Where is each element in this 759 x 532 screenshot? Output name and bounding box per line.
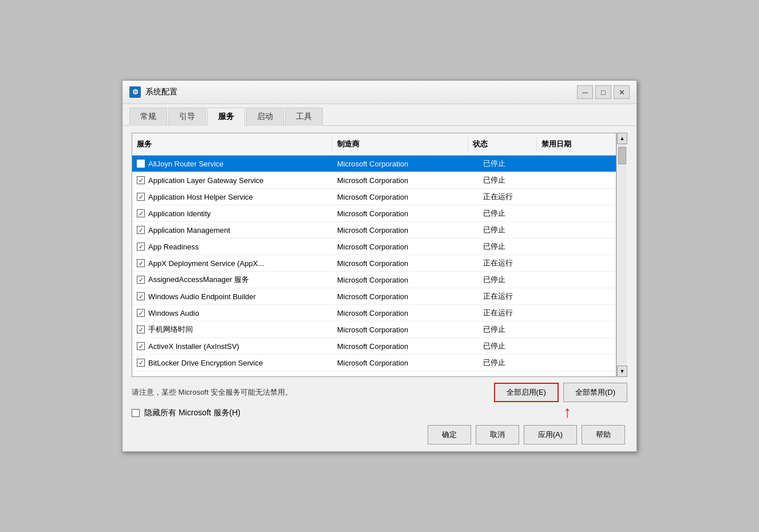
service-name-cell: ✓ ActiveX Installer (AxInstSV) [132, 338, 333, 354]
date-cell [547, 255, 616, 271]
table-row[interactable]: ✓ AssignedAccessManager 服务 Microsoft Cor… [132, 272, 616, 288]
row-checkbox[interactable]: ✓ [137, 292, 145, 300]
row-checkbox[interactable]: ✓ [137, 243, 145, 251]
disable-all-button[interactable]: 全部禁用(D) [563, 383, 627, 402]
manufacturer-cell: Microsoft Corporation [333, 222, 479, 238]
row-checkbox[interactable]: ✓ [137, 259, 145, 267]
title-controls: ─ □ ✕ [577, 85, 630, 99]
hide-ms-checkbox[interactable] [132, 409, 140, 417]
table-row[interactable]: ✓ Application Host Helper Service Micros… [132, 189, 616, 205]
service-name-cell: ✓ Application Layer Gateway Service [132, 172, 333, 188]
table-row[interactable]: ✓ ActiveX Installer (AxInstSV) Microsoft… [132, 338, 616, 355]
title-bar-left: ⚙ 系统配置 [129, 86, 177, 98]
row-checkbox[interactable]: ✓ [137, 359, 145, 367]
date-cell [547, 189, 616, 205]
col-service: 服务 [132, 137, 333, 152]
bottom-buttons: 确定 取消 ↓ 应用(A) 帮助 [132, 425, 627, 444]
table-row[interactable]: ✓ 手机网络时间 Microsoft Corporation 已停止 [132, 321, 616, 338]
hide-ms-row: 隐藏所有 Microsoft 服务(H) [132, 408, 627, 418]
service-name-cell: ✓ Application Management [132, 222, 333, 238]
service-name-cell: ✓ App Readiness [132, 239, 333, 255]
date-cell [547, 321, 616, 338]
row-checkbox[interactable]: ✓ [137, 342, 145, 350]
title-bar: ⚙ 系统配置 ─ □ ✕ [122, 81, 637, 104]
scroll-track[interactable] [618, 144, 627, 366]
tab-startup[interactable]: 启动 [246, 108, 284, 126]
service-name-cell: ✓ BitLocker Drive Encryption Service [132, 355, 333, 371]
tab-boot[interactable]: 引导 [168, 108, 206, 126]
table-row[interactable]: ✓ Windows Audio Microsoft Corporation 正在… [132, 305, 616, 321]
app-icon: ⚙ [129, 86, 141, 98]
status-cell: 正在运行 [479, 288, 547, 304]
ok-button[interactable]: 确定 [428, 425, 471, 444]
table-row[interactable]: ✓ Windows Audio Endpoint Builder Microso… [132, 288, 616, 305]
cancel-button[interactable]: 取消 [476, 425, 519, 444]
table-wrapper: 服务 制造商 状态 禁用日期 ✓ AllJoyn Router Service … [132, 133, 627, 377]
scroll-down-button[interactable]: ▼ [617, 366, 627, 377]
tab-services[interactable]: 服务 [207, 108, 245, 126]
manufacturer-cell: Microsoft Corporation [333, 172, 479, 188]
status-cell: 正在运行 [479, 255, 547, 271]
row-checkbox[interactable]: ✓ [137, 309, 145, 317]
maximize-button[interactable]: □ [595, 85, 611, 99]
service-name-cell: ✓ AllJoyn Router Service [132, 156, 333, 172]
tab-general[interactable]: 常规 [129, 108, 167, 126]
enable-all-button[interactable]: 全部启用(E) [494, 383, 559, 402]
status-cell: 已停止 [479, 338, 547, 354]
status-cell: 已停止 [479, 355, 547, 371]
manufacturer-cell: Microsoft Corporation [333, 305, 479, 321]
table-row[interactable]: ✓ AppX Deployment Service (AppX... Micro… [132, 255, 616, 272]
service-name-cell: ✓ Application Identity [132, 205, 333, 221]
date-cell [547, 222, 616, 238]
row-checkbox[interactable]: ✓ [137, 193, 145, 201]
scroll-thumb[interactable] [618, 147, 626, 164]
service-name-cell: ✓ AppX Deployment Service (AppX... [132, 255, 333, 271]
status-cell: 已停止 [479, 321, 547, 338]
service-name-cell: ✓ Windows Audio Endpoint Builder [132, 288, 333, 304]
service-name-cell: ✓ Windows Audio [132, 305, 333, 321]
row-checkbox[interactable]: ✓ [137, 209, 145, 217]
date-cell [547, 288, 616, 304]
notice-text: 请注意，某些 Microsoft 安全服务可能无法禁用。 [132, 387, 292, 398]
table-row[interactable]: ✓ Application Identity Microsoft Corpora… [132, 205, 616, 222]
manufacturer-cell: Microsoft Corporation [333, 189, 479, 205]
service-name-cell: ✓ AssignedAccessManager 服务 [132, 272, 333, 288]
minimize-button[interactable]: ─ [577, 85, 593, 99]
close-button[interactable]: ✕ [614, 85, 630, 99]
scrollbar[interactable]: ▲ ▼ [616, 133, 627, 377]
manufacturer-cell: Microsoft Corporation [333, 321, 479, 338]
tab-tools[interactable]: 工具 [285, 108, 323, 126]
row-checkbox[interactable]: ✓ [137, 325, 145, 334]
date-cell [547, 205, 616, 221]
apply-button[interactable]: 应用(A) [524, 425, 577, 444]
system-config-window: ⚙ 系统配置 ─ □ ✕ 常规 引导 服务 启动 工具 服务 制造商 状态 禁用… [122, 80, 637, 452]
status-cell: 已停止 [479, 222, 547, 238]
services-table: 服务 制造商 状态 禁用日期 ✓ AllJoyn Router Service … [132, 133, 616, 377]
table-row[interactable]: ✓ App Readiness Microsoft Corporation 已停… [132, 239, 616, 255]
date-cell [547, 305, 616, 321]
row-checkbox[interactable]: ✓ [137, 226, 145, 234]
table-row[interactable]: ✓ Application Layer Gateway Service Micr… [132, 172, 616, 189]
action-buttons: 全部启用(E) 全部禁用(D) [494, 383, 627, 402]
table-row[interactable]: ✓ AllJoyn Router Service Microsoft Corpo… [132, 156, 616, 172]
date-cell [547, 272, 616, 288]
row-checkbox[interactable]: ✓ [137, 160, 145, 168]
scroll-up-button[interactable]: ▲ [617, 133, 627, 144]
manufacturer-cell: Microsoft Corporation [333, 288, 479, 304]
help-button[interactable]: 帮助 [582, 425, 625, 444]
row-checkbox[interactable]: ✓ [137, 276, 145, 284]
table-row[interactable]: ✓ Application Management Microsoft Corpo… [132, 222, 616, 239]
status-cell: 已停止 [479, 205, 547, 221]
red-arrow-icon: ↓ [563, 405, 571, 423]
date-cell [547, 338, 616, 354]
date-cell [547, 355, 616, 371]
table-body[interactable]: ✓ AllJoyn Router Service Microsoft Corpo… [132, 156, 616, 376]
table-row[interactable]: ✓ BitLocker Drive Encryption Service Mic… [132, 355, 616, 371]
manufacturer-cell: Microsoft Corporation [333, 355, 479, 371]
row-checkbox[interactable]: ✓ [137, 176, 145, 184]
col-status: 状态 [468, 137, 537, 152]
col-disabled-date: 禁用日期 [537, 137, 606, 152]
tab-bar: 常规 引导 服务 启动 工具 [122, 104, 637, 126]
status-cell: 已停止 [479, 239, 547, 255]
manufacturer-cell: Microsoft Corporation [333, 205, 479, 221]
